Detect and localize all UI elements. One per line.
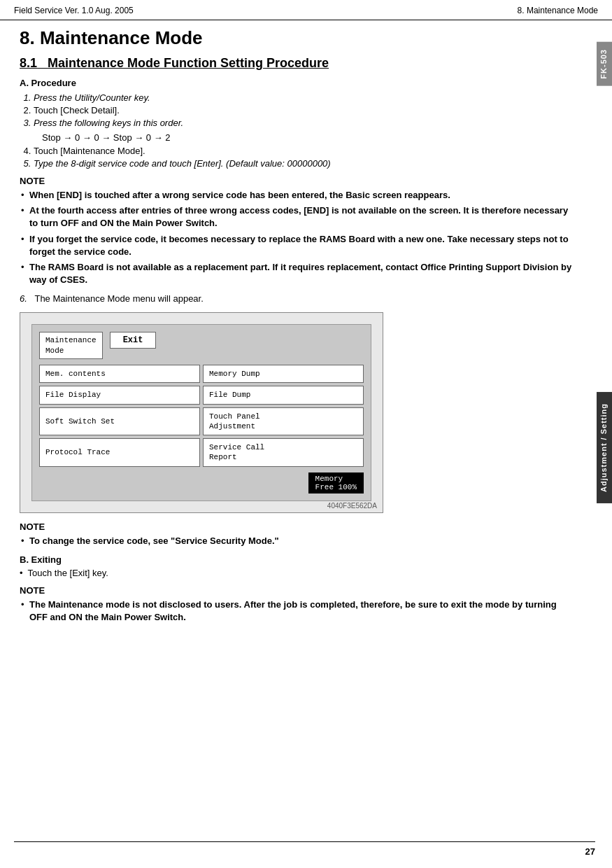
step-2: Touch [Check Detail].	[34, 105, 576, 115]
memory-dump-button[interactable]: Memory Dump	[203, 365, 364, 383]
ui-mode-label: Maintenance Mode	[39, 332, 103, 359]
note-title-final: NOTE	[20, 585, 576, 596]
service-call-report-button[interactable]: Service CallReport	[203, 438, 364, 467]
note-item-final-0: The Maintenance mode is not disclosed to…	[20, 598, 576, 624]
ui-exit-button[interactable]: Exit	[110, 332, 157, 349]
touch-panel-adjustment-button[interactable]: Touch PanelAdjustment	[203, 407, 364, 436]
ui-inner: Maintenance Mode Exit Mem. contents Memo…	[31, 324, 371, 500]
main-content: 8. Maintenance Mode 8.1 Maintenance Mode…	[0, 20, 595, 638]
page-footer: 27	[14, 841, 595, 857]
step-5: Type the 8-digit service code and touch …	[34, 158, 576, 169]
note-title-2: NOTE	[20, 522, 576, 532]
arrow-sequence: Stop → 0 → 0 → Stop → 0 → 2	[20, 132, 576, 143]
procedure-steps-cont: Touch [Maintenance Mode]. Type the 8-dig…	[20, 146, 576, 169]
section-title: 8.1 Maintenance Mode Function Setting Pr…	[20, 56, 576, 71]
file-display-button[interactable]: File Display	[39, 386, 200, 404]
soft-switch-set-button[interactable]: Soft Switch Set	[39, 407, 200, 436]
note-item-2-0: To change the service code, see "Service…	[20, 535, 576, 547]
page-number: 27	[585, 846, 595, 857]
note-item-1-0: When [END] is touched after a wrong serv…	[20, 189, 576, 202]
ui-button-grid: Mem. contents Memory Dump File Display F…	[39, 365, 364, 467]
mem-contents-button[interactable]: Mem. contents	[39, 365, 200, 383]
ui-memory-bar: MemoryFree 100%	[308, 472, 364, 493]
ui-top-bar: Maintenance Mode Exit	[39, 332, 364, 359]
protocol-trace-button[interactable]: Protocol Trace	[39, 438, 200, 467]
step-4: Touch [Maintenance Mode].	[34, 146, 576, 156]
note-block-1: NOTE When [END] is touched after a wrong…	[20, 176, 576, 286]
ui-caption: 4040F3E562DA	[327, 502, 377, 510]
step-6: 6. The Maintenance Mode menu will appear…	[20, 293, 576, 304]
ui-bottom-bar: MemoryFree 100%	[39, 472, 364, 493]
file-dump-button[interactable]: File Dump	[203, 386, 364, 404]
step-1: Press the Utility/Counter key.	[34, 92, 576, 103]
ui-screenshot: Maintenance Mode Exit Mem. contents Memo…	[20, 312, 383, 512]
side-tab-adjustment: Adjustment / Setting	[597, 392, 612, 503]
note-block-2: NOTE To change the service code, see "Se…	[20, 522, 576, 547]
note-list-final: The Maintenance mode is not disclosed to…	[20, 598, 576, 624]
header-left: Field Service Ver. 1.0 Aug. 2005	[14, 6, 134, 15]
note-block-final: NOTE The Maintenance mode is not disclos…	[20, 585, 576, 624]
header-right: 8. Maintenance Mode	[518, 6, 598, 15]
side-tab-fk503: FK-503	[597, 42, 612, 86]
procedure-steps: Press the Utility/Counter key. Touch [Ch…	[20, 92, 576, 128]
exiting-step: • Touch the [Exit] key.	[20, 568, 576, 578]
chapter-title: 8. Maintenance Mode	[20, 27, 576, 49]
note-list-2: To change the service code, see "Service…	[20, 535, 576, 547]
note-item-1-3: The RAMS Board is not available as a rep…	[20, 261, 576, 286]
page-header: Field Service Ver. 1.0 Aug. 2005 8. Main…	[0, 0, 612, 20]
note-item-1-2: If you forget the service code, it becom…	[20, 233, 576, 258]
note-title-1: NOTE	[20, 176, 576, 186]
subsection-a-label: A. Procedure	[20, 78, 576, 88]
step-3: Press the following keys in this order.	[34, 118, 576, 128]
note-item-1-1: At the fourth access after entries of th…	[20, 204, 576, 230]
subsection-b-label: B. Exiting	[20, 554, 576, 565]
note-list-1: When [END] is touched after a wrong serv…	[20, 189, 576, 286]
